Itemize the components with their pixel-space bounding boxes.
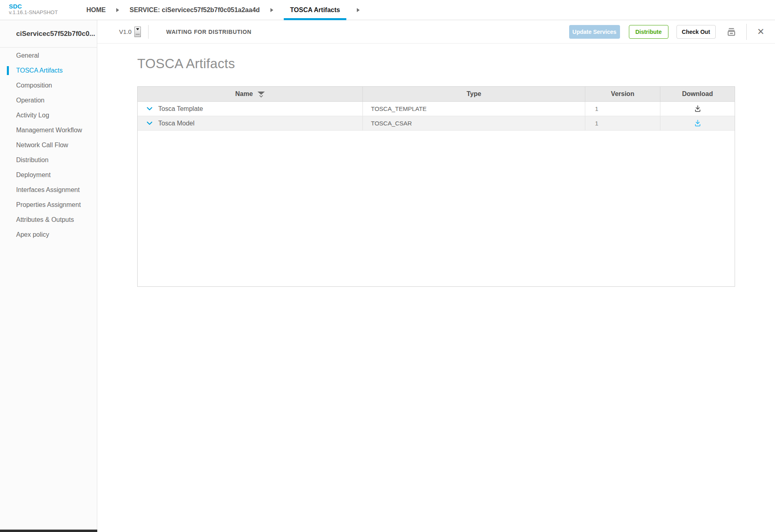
divider <box>148 25 149 39</box>
column-header-download[interactable]: Download <box>660 87 735 101</box>
sidebar-item-activity-log[interactable]: Activity Log <box>0 108 97 123</box>
lifecycle-status-badge: WAITING FOR DISTRIBUTION <box>166 29 251 35</box>
page-title: TOSCA Artifacts <box>137 56 235 71</box>
sidebar-item-distribution[interactable]: Distribution <box>0 152 97 167</box>
column-header-version[interactable]: Version <box>585 87 660 101</box>
breadcrumb-home[interactable]: HOME <box>86 0 106 20</box>
artifact-version: 1 <box>585 102 660 116</box>
table-row: Tosca Template TOSCA_TEMPLATE 1 <box>138 102 735 116</box>
sidebar-item-network-call-flow[interactable]: Network Call Flow <box>0 138 97 152</box>
download-icon[interactable] <box>693 104 702 113</box>
breadcrumb: HOME SERVICE: ciServicec57f52b7f0c051a2a… <box>86 0 370 20</box>
artifact-version: 1 <box>585 116 660 130</box>
footer-strip <box>0 530 97 532</box>
breadcrumb-service[interactable]: SERVICE: ciServicec57f52b7f0c051a2aa4d <box>130 0 260 20</box>
check-out-button[interactable]: Check Out <box>677 25 716 39</box>
sidebar-item-apex-policy[interactable]: Apex policy <box>0 227 97 242</box>
version-dropdown-icon[interactable] <box>134 27 141 37</box>
sidebar-item-deployment[interactable]: Deployment <box>0 167 97 182</box>
app-name: SDC <box>9 3 58 10</box>
sidebar-item-operation[interactable]: Operation <box>0 93 97 108</box>
artifact-name: Tosca Model <box>158 120 195 127</box>
breadcrumb-arrow-icon <box>270 8 273 12</box>
breadcrumb-arrow-icon <box>357 8 360 12</box>
sidebar-item-interfaces-assignment[interactable]: Interfaces Assignment <box>0 182 97 197</box>
version-selector[interactable]: V1.0 <box>119 27 141 37</box>
update-services-button[interactable]: Update Services <box>569 25 620 39</box>
sidebar: ciServicec57f52b7f0c0... General TOSCA A… <box>0 20 97 532</box>
sidebar-item-general[interactable]: General <box>0 48 97 63</box>
column-header-type[interactable]: Type <box>363 87 585 101</box>
column-header-name[interactable]: Name <box>138 87 363 101</box>
artifact-type: TOSCA_TEMPLATE <box>363 102 585 116</box>
app-logo[interactable]: SDC v.1.16.1-SNAPSHOT <box>9 3 58 16</box>
distribute-button[interactable]: Distribute <box>629 25 668 39</box>
expand-chevron-icon[interactable] <box>146 105 153 113</box>
tab-tosca-artifacts[interactable]: TOSCA Artifacts <box>284 0 347 20</box>
table-header-row: Name Type Version Download <box>138 87 735 102</box>
sort-icon[interactable] <box>258 92 265 97</box>
toolbar-actions: Update Services Distribute Check Out ✕ <box>569 24 765 40</box>
sdc-app: SDC v.1.16.1-SNAPSHOT HOME SERVICE: ciSe… <box>0 0 775 532</box>
top-bar: SDC v.1.16.1-SNAPSHOT HOME SERVICE: ciSe… <box>0 0 775 20</box>
sidebar-menu: General TOSCA Artifacts Composition Oper… <box>0 48 97 242</box>
divider <box>746 24 747 40</box>
service-name-title: ciServicec57f52b7f0c0... <box>0 20 97 48</box>
download-icon[interactable] <box>693 119 702 127</box>
sidebar-item-attributes-outputs[interactable]: Attributes & Outputs <box>0 212 97 227</box>
active-indicator-bar <box>7 66 9 75</box>
sidebar-item-properties-assignment[interactable]: Properties Assignment <box>0 197 97 212</box>
table-row: Tosca Model TOSCA_CSAR 1 <box>138 116 735 131</box>
expand-chevron-icon[interactable] <box>146 119 153 127</box>
close-icon[interactable]: ✕ <box>757 27 765 36</box>
tosca-artifacts-table: Name Type Version Download Tosca Templat… <box>137 86 735 287</box>
service-toolbar: V1.0 WAITING FOR DISTRIBUTION Update Ser… <box>97 20 775 44</box>
breadcrumb-arrow-icon <box>116 8 119 12</box>
artifact-type: TOSCA_CSAR <box>363 116 585 130</box>
version-label: V1.0 <box>119 28 132 35</box>
app-version: v.1.16.1-SNAPSHOT <box>9 10 58 16</box>
printer-icon[interactable] <box>726 27 737 37</box>
sidebar-item-composition[interactable]: Composition <box>0 78 97 93</box>
sidebar-item-management-workflow[interactable]: Management Workflow <box>0 123 97 138</box>
sidebar-item-tosca-artifacts[interactable]: TOSCA Artifacts <box>0 63 97 78</box>
artifact-name: Tosca Template <box>158 105 203 113</box>
